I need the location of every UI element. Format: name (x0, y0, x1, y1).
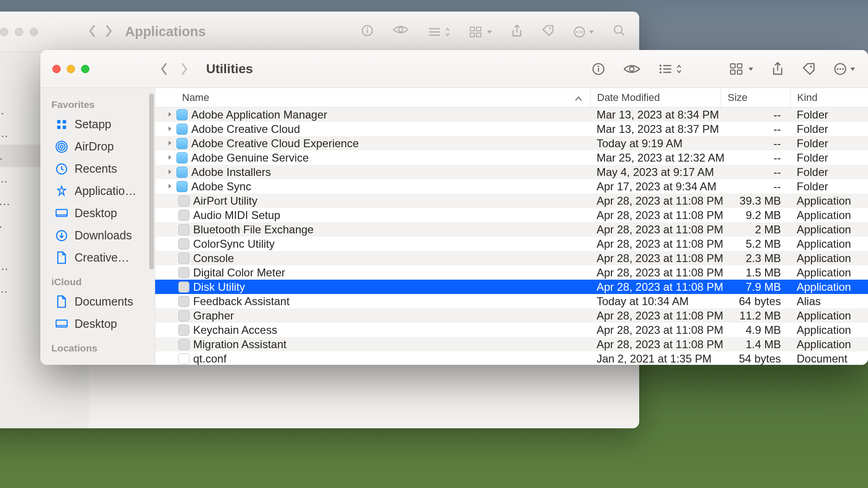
svg-point-41 (60, 145, 63, 148)
disclosure-triangle-icon[interactable] (164, 124, 176, 134)
file-name: Grapher (193, 309, 590, 322)
file-row[interactable]: Migration AssistantApr 28, 2023 at 11:08… (155, 337, 868, 351)
disclosure-triangle-icon[interactable] (164, 167, 176, 177)
svg-rect-29 (730, 70, 735, 74)
tag-button[interactable] (802, 63, 815, 75)
file-kind: Folder (790, 137, 868, 150)
sidebar-item-label: Desktop (75, 317, 117, 331)
app-icon (178, 238, 189, 250)
file-size: -- (721, 151, 790, 164)
file-row[interactable]: ConsoleApr 28, 2023 at 11:08 PM2.3 MBApp… (155, 251, 868, 265)
app-icon (178, 253, 189, 264)
file-name: Migration Assistant (193, 338, 590, 351)
file-date: Apr 28, 2023 at 11:08 PM (590, 252, 721, 265)
sidebar-item-airdrop[interactable]: AirDrop (45, 136, 150, 157)
action-button[interactable] (834, 63, 855, 75)
file-row[interactable]: Keychain AccessApr 28, 2023 at 11:08 PM4… (155, 323, 868, 337)
file-name: Audio MIDI Setup (193, 209, 590, 222)
file-date: Apr 28, 2023 at 11:08 PM (590, 338, 721, 351)
file-row[interactable]: Adobe InstallersMay 4, 2023 at 9:17 AM--… (155, 165, 868, 179)
file-date: Today at 10:34 AM (590, 295, 721, 308)
share-button[interactable] (772, 62, 784, 76)
app-icon (178, 282, 189, 293)
sidebar-item-label: Creative… (75, 251, 129, 264)
quicklook-button[interactable] (623, 63, 640, 75)
file-size: -- (721, 108, 790, 121)
file-row[interactable]: Feedback AssistantToday at 10:34 AM64 by… (155, 294, 868, 308)
view-mode-button[interactable] (659, 64, 682, 74)
bg-share-icon (511, 25, 522, 39)
sidebar-scrollbar[interactable] (149, 94, 154, 359)
group-button[interactable] (730, 63, 753, 75)
app-icon (178, 195, 189, 206)
sidebar-item-label: Documents (75, 295, 133, 308)
svg-rect-28 (730, 63, 735, 68)
app-icon (178, 210, 189, 221)
column-name[interactable]: Name (182, 92, 590, 104)
file-row[interactable]: Adobe Creative CloudMar 13, 2023 at 8:37… (155, 122, 868, 136)
file-row[interactable]: Digital Color MeterApr 28, 2023 at 11:08… (155, 265, 868, 280)
column-name-label: Name (182, 92, 209, 104)
zoom-button[interactable] (81, 65, 89, 73)
sidebar-item-downloads[interactable]: Downloads (45, 225, 150, 246)
bg-window-title: Applications (125, 24, 206, 39)
sidebar-item-desktop[interactable]: Desktop (45, 202, 150, 224)
file-kind: Folder (790, 166, 868, 179)
column-size[interactable]: Size (721, 88, 790, 107)
file-row[interactable]: qt.confJan 2, 2021 at 1:35 PM54 bytesDoc… (155, 351, 868, 365)
file-row[interactable]: Audio MIDI SetupApr 28, 2023 at 11:08 PM… (155, 208, 868, 222)
disclosure-triangle-icon[interactable] (164, 138, 176, 148)
sort-ascending-icon (575, 92, 582, 104)
sidebar-item-applicatio[interactable]: Applicatio… (45, 180, 150, 202)
minimize-button[interactable] (67, 65, 75, 73)
file-row[interactable]: Adobe Genuine ServiceMar 25, 2023 at 12:… (155, 150, 868, 165)
file-kind: Document (790, 352, 868, 365)
locations-header: Locations (40, 335, 155, 357)
sidebar-item-recents[interactable]: Recents (45, 158, 150, 180)
desktop-icon (55, 318, 68, 331)
file-date: Apr 28, 2023 at 11:08 PM (590, 194, 721, 207)
svg-rect-40 (63, 125, 66, 129)
file-date: Jan 2, 2021 at 1:35 PM (590, 352, 721, 365)
sidebar-item-desktop[interactable]: Desktop (45, 313, 150, 335)
svg-point-21 (629, 67, 634, 71)
bg-view-icon (428, 25, 450, 39)
file-row[interactable]: ColorSync UtilityApr 28, 2023 at 11:08 P… (155, 237, 868, 251)
folder-icon (176, 124, 188, 135)
svg-rect-39 (57, 125, 60, 129)
column-kind[interactable]: Kind (790, 88, 868, 107)
file-date: Apr 17, 2023 at 9:34 AM (590, 180, 721, 193)
file-kind: Application (790, 266, 868, 279)
bg-toolbar: Applications (0, 12, 639, 52)
file-size: 4.9 MB (721, 324, 790, 337)
file-row[interactable]: Disk UtilityApr 28, 2023 at 11:08 PM7.9 … (155, 280, 868, 294)
info-button[interactable] (592, 63, 605, 75)
file-row[interactable]: Adobe Creative Cloud ExperienceToday at … (155, 136, 868, 150)
file-size: 7.9 MB (721, 281, 790, 294)
column-date-modified[interactable]: Date Modified (590, 88, 721, 107)
sidebar-item-label: Setapp (75, 118, 111, 131)
file-row[interactable]: GrapherApr 28, 2023 at 11:08 PM11.2 MBAp… (155, 308, 868, 323)
file-date: Apr 28, 2023 at 11:08 PM (590, 209, 721, 222)
file-date: Apr 28, 2023 at 11:08 PM (590, 281, 721, 294)
file-row[interactable]: AirPort UtilityApr 28, 2023 at 11:08 PM3… (155, 194, 868, 208)
sidebar-item-setapp[interactable]: Setapp (45, 113, 150, 135)
disclosure-triangle-icon[interactable] (164, 153, 176, 163)
svg-point-32 (810, 65, 812, 67)
sidebar-item-creative[interactable]: Creative… (45, 247, 150, 269)
disclosure-triangle-icon[interactable] (164, 181, 176, 191)
svg-rect-30 (737, 63, 742, 68)
sidebar-item-documents[interactable]: Documents (45, 291, 150, 313)
favorites-header: Favorites (40, 92, 155, 113)
file-row[interactable]: Adobe SyncApr 17, 2023 at 9:34 AM--Folde… (155, 179, 868, 194)
svg-rect-9 (477, 27, 481, 31)
titlebar: Utilities (40, 50, 868, 88)
forward-button[interactable] (180, 63, 189, 75)
close-button[interactable] (52, 65, 61, 73)
file-size: -- (721, 123, 790, 136)
file-row[interactable]: Bluetooth File ExchangeApr 28, 2023 at 1… (155, 222, 868, 237)
disclosure-triangle-icon[interactable] (164, 110, 176, 119)
back-button[interactable] (160, 63, 168, 75)
sidebar-scroll-thumb[interactable] (149, 94, 154, 269)
file-row[interactable]: Adobe Application ManagerMar 13, 2023 at… (155, 107, 868, 122)
